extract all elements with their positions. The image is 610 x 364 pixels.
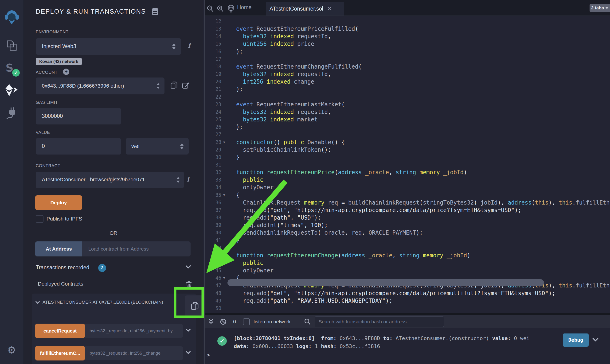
- line-number: 19: [205, 70, 221, 78]
- line-number: 36: [205, 199, 221, 207]
- gas-limit-input[interactable]: 3000000: [36, 108, 121, 124]
- edit-account-icon[interactable]: [182, 82, 190, 89]
- select-stepper-icon: [172, 43, 175, 50]
- editor-tab-bar: Home ATestnetConsumer.sol ✕ 2 tabs: [205, 0, 610, 16]
- tab-home[interactable]: Home: [237, 4, 252, 11]
- code-text: public: [229, 259, 264, 267]
- select-stepper-icon: [157, 83, 160, 89]
- plugin-manager-icon[interactable]: [0, 107, 24, 119]
- terminal-search-input[interactable]: Search with transaction hash or address: [315, 316, 444, 327]
- deploy-button[interactable]: Deploy: [35, 195, 82, 210]
- tx-success-icon: ✓: [217, 336, 227, 346]
- account-label: ACCOUNT: [36, 70, 58, 75]
- code-text: setPublicChainlinkToken();: [229, 146, 331, 154]
- listen-network-checkbox[interactable]: [243, 318, 250, 325]
- environment-info-icon[interactable]: i: [188, 42, 190, 49]
- line-number: 28: [205, 139, 221, 146]
- function-args-input[interactable]: bytes32 _requestId, uint256 _payment, by: [85, 324, 183, 338]
- settings-gear-icon[interactable]: ⚙: [0, 344, 24, 356]
- terminal-toolbar: 0 listen on network Search with transact…: [205, 315, 610, 328]
- terminal-prompt[interactable]: >: [207, 352, 210, 358]
- function-expand-chevron-icon[interactable]: [186, 329, 191, 332]
- function-args-input[interactable]: bytes32 _requestId, int256 _change: [85, 346, 183, 360]
- publish-ipfs-label: Publish to IPFS: [47, 216, 82, 222]
- line-number: 27: [205, 131, 221, 138]
- zoom-out-icon[interactable]: [207, 5, 213, 12]
- copy-account-icon[interactable]: [171, 81, 178, 90]
- code-line: 38 req.add("path", "USD");: [205, 214, 610, 221]
- at-address-button[interactable]: At Address: [35, 241, 82, 257]
- select-stepper-icon: [176, 177, 180, 183]
- line-number: 33: [205, 176, 221, 184]
- line-number: 32: [205, 169, 221, 176]
- publish-ipfs-checkbox[interactable]: [36, 215, 43, 223]
- contract-label: CONTRACT: [36, 163, 60, 168]
- home-tab-globe-icon[interactable]: [227, 4, 235, 13]
- line-number: 47: [205, 282, 221, 289]
- line-number: 16: [205, 48, 221, 55]
- debug-button[interactable]: Debug: [563, 334, 589, 347]
- code-text: onlyOwner: [229, 184, 274, 191]
- code-line: 18 event RequestEthereumChangeFulfilled(: [205, 63, 610, 70]
- deploy-run-icon[interactable]: [0, 84, 24, 96]
- tabs-count-dropdown[interactable]: 2 tabs: [590, 4, 610, 12]
- clear-console-icon[interactable]: [220, 318, 226, 325]
- code-text: int256 indexed change: [229, 78, 314, 86]
- code-line: 48 req.add("get", "https://min-api.crypt…: [205, 289, 610, 297]
- tab-active-file[interactable]: ATestnetConsumer.sol ✕: [266, 2, 344, 15]
- line-number: 14: [205, 33, 221, 40]
- environment-select[interactable]: Injected Web3: [36, 38, 181, 55]
- code-line: 39 req.addInt("times", 100);: [205, 221, 610, 229]
- copy-instance-address-button[interactable]: [185, 295, 205, 317]
- code-text: function requestEthereumChange(address _…: [229, 252, 470, 259]
- terminal: 0 listen on network Search with transact…: [204, 313, 610, 364]
- solidity-compiler-icon[interactable]: S ✓: [0, 62, 24, 76]
- file-explorer-icon[interactable]: [0, 40, 24, 52]
- code-line: 29 setPublicChainlinkToken();: [205, 146, 610, 154]
- line-number: 20: [205, 78, 221, 86]
- line-number: 34: [205, 184, 221, 191]
- transactions-collapse-chevron-icon[interactable]: [186, 265, 191, 269]
- at-address-input[interactable]: Load contract from Address: [82, 241, 191, 257]
- contract-select[interactable]: ATestnetConsumer - browser/gists/9b71e07…: [36, 172, 184, 188]
- line-number: 49: [205, 297, 221, 305]
- remix-logo-icon[interactable]: [0, 9, 24, 26]
- function-button-fulfillEthereumC[interactable]: fulfillEthereumC...: [35, 346, 85, 361]
- value-input[interactable]: 0: [36, 138, 121, 155]
- code-text: public: [229, 176, 264, 184]
- code-text: }: [229, 154, 239, 161]
- code-line: 35▼ {: [205, 191, 610, 199]
- fold-arrow-icon[interactable]: ▼: [223, 274, 228, 282]
- code-area[interactable]: 1213 event RequestEthereumPriceFulfilled…: [205, 16, 610, 315]
- code-line: 17: [205, 55, 610, 63]
- fold-arrow-icon[interactable]: ▼: [223, 191, 228, 199]
- add-account-icon[interactable]: +: [63, 69, 69, 75]
- code-line: 45 onlyOwner: [205, 267, 610, 274]
- line-number: 42: [205, 244, 221, 252]
- close-tab-icon[interactable]: ✕: [327, 6, 332, 12]
- contract-info-icon[interactable]: i: [187, 176, 189, 183]
- line-number: 50: [205, 305, 221, 312]
- line-number: 25: [205, 116, 221, 123]
- terminal-resize-handle[interactable]: [205, 313, 610, 315]
- tx-log-line-1[interactable]: [block:20780401 txIndex:0] from: 0x643..…: [234, 335, 530, 341]
- line-number: 31: [205, 161, 221, 169]
- deployed-contracts-label: Deployed Contracts: [38, 281, 83, 287]
- instance-collapse-chevron-icon[interactable]: [36, 301, 40, 304]
- code-text: uint256 indexed price: [229, 40, 314, 48]
- doc-icon[interactable]: [152, 8, 158, 15]
- fold-arrow-icon[interactable]: ▼: [223, 139, 228, 146]
- account-select[interactable]: 0x643...9F88D (1.666673996 ether): [36, 78, 164, 94]
- value-unit-select[interactable]: wei: [126, 138, 189, 155]
- line-number: 48: [205, 289, 221, 297]
- line-number: 38: [205, 214, 221, 221]
- code-line: 31: [205, 161, 610, 169]
- code-text: bytes32 indexed requestId,: [229, 70, 331, 78]
- function-button-cancelRequest[interactable]: cancelRequest: [35, 324, 85, 338]
- zoom-in-icon[interactable]: [217, 5, 224, 12]
- function-expand-chevron-icon[interactable]: [186, 351, 191, 354]
- tx-expand-chevron-icon[interactable]: [592, 338, 598, 341]
- expand-terminal-icon[interactable]: [208, 319, 214, 325]
- trash-icon[interactable]: [186, 281, 192, 288]
- horizontal-scrollbar[interactable]: [227, 279, 544, 286]
